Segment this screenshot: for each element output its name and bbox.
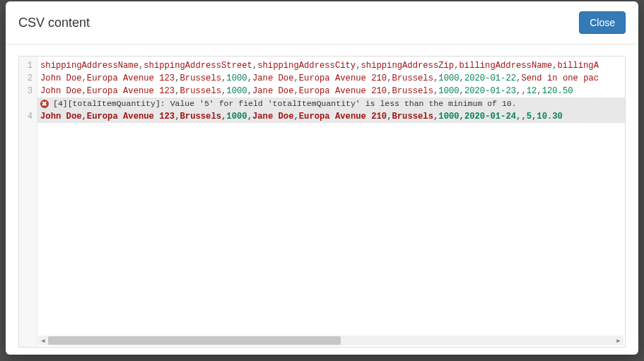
error-icon: ✖ xyxy=(40,100,49,108)
modal-body: 1234 shippingAddressName,shippingAddress… xyxy=(6,45,638,355)
gutter-line-number: 3 xyxy=(19,85,37,97)
code-line[interactable]: John Doe,Europa Avenue 123,Brussels,1000… xyxy=(37,110,625,123)
validation-error-annotation: ✖[4][totalItemQuantity]: Value '5' for f… xyxy=(37,97,625,110)
close-button[interactable]: Close xyxy=(579,11,626,34)
hscroll-thumb[interactable] xyxy=(48,336,341,345)
code-line[interactable]: shippingAddressName,shippingAddressStree… xyxy=(37,59,625,72)
hscroll-track: ◀ ▶ xyxy=(38,336,623,345)
editor-code-area[interactable]: shippingAddressName,shippingAddressStree… xyxy=(37,57,625,347)
gutter-line-number: 4 xyxy=(19,110,37,123)
gutter-line-number: 2 xyxy=(19,72,37,85)
csv-content-modal: CSV content Close 1234 shippingAddressNa… xyxy=(6,1,638,355)
modal-header: CSV content Close xyxy=(6,1,638,45)
horizontal-scrollbar[interactable]: ◀ ▶ xyxy=(38,336,623,345)
modal-title: CSV content xyxy=(18,16,90,30)
gutter-line-number: 1 xyxy=(19,59,37,72)
hscroll-right-button[interactable]: ▶ xyxy=(614,336,623,345)
csv-editor[interactable]: 1234 shippingAddressName,shippingAddress… xyxy=(18,56,626,348)
code-line[interactable]: John Doe,Europa Avenue 123,Brussels,1000… xyxy=(37,85,625,97)
editor-gutter: 1234 xyxy=(19,57,37,347)
hscroll-left-button[interactable]: ◀ xyxy=(38,336,48,345)
error-message: [4][totalItemQuantity]: Value '5' for fi… xyxy=(53,97,517,110)
gutter-spacer xyxy=(19,97,37,110)
code-line[interactable]: John Doe,Europa Avenue 123,Brussels,1000… xyxy=(37,72,625,85)
